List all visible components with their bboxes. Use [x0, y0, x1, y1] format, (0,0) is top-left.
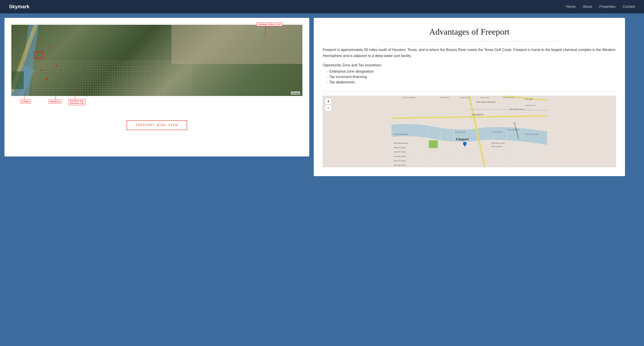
svg-text:West 6th Street: West 6th Street [394, 156, 406, 158]
brand-logo: Skymark [9, 4, 566, 9]
marker-3 [46, 78, 48, 80]
nav-links: Home About Properties Contact [566, 5, 635, 9]
svg-text:West 7th Street: West 7th Street [394, 160, 406, 162]
svg-text:West 4th Street: West 4th Street [394, 147, 406, 149]
zoom-in-button[interactable]: + [325, 98, 332, 104]
aerial-map-container: Headway Velasco Tract [11, 24, 302, 109]
advantages-body: Freeport is approximately 50 miles south… [323, 47, 616, 59]
svg-text:West 1st Street: West 1st Street [492, 146, 502, 147]
title-divider [382, 41, 558, 41]
incentive-list: - Enterprise zone designation - Tax incr… [323, 69, 616, 84]
zoom-out-button[interactable]: − [325, 105, 332, 111]
marker-1 [50, 47, 51, 48]
svg-text:North Velasco Boulevard: North Velasco Boulevard [476, 101, 496, 103]
label-aylesbury-container: Aylesbury [49, 100, 61, 103]
svg-text:Old Surfside Road: Old Surfside Road [510, 108, 524, 110]
map-controls: + − [325, 98, 332, 111]
svg-text:Caldwell Street: Caldwell Street [525, 105, 535, 106]
urban-grid [32, 60, 192, 96]
marker-4 [56, 65, 58, 66]
inline-map: FM 1495 Old Surfside Road Gulf Boulevard… [323, 96, 616, 167]
label-amerifirst-container: Amerifirst andHannover Lots [68, 99, 86, 105]
industrial-area [172, 25, 302, 64]
incentive-item-3: - Tax abatements [327, 80, 616, 84]
svg-text:West Brazos Street: West Brazos Street [492, 142, 505, 144]
page-title: Advantages of Freeport [323, 27, 616, 37]
svg-text:Freeport: Freeport [456, 137, 469, 141]
right-panel: Advantages of Freeport Freeport is appro… [314, 18, 625, 176]
svg-text:Avenue D O Avenue: Avenue D O Avenue [525, 133, 539, 135]
marker-2 [40, 69, 42, 71]
svg-text:West 8th Street: West 8th Street [394, 164, 406, 166]
svg-text:South Avenue A: South Avenue A [455, 131, 466, 133]
svg-rect-17 [429, 140, 438, 148]
navbar: Skymark Home About Properties Contact [0, 0, 644, 13]
label-headway: Headway Velasco Tract [256, 22, 283, 26]
green-patch-1 [12, 71, 24, 89]
label-aylesbury: Aylesbury [49, 100, 61, 103]
svg-text:Dyson Street: Dyson Street [460, 97, 469, 99]
property-box [34, 52, 43, 58]
svg-text:South Avenue B: South Avenue B [492, 131, 503, 133]
svg-text:FM 1495: FM 1495 [525, 98, 533, 100]
line-amerifirst [75, 91, 75, 99]
main-content: Headway Velasco Tract [0, 13, 644, 181]
svg-text:South Front Street: South Front Street [394, 133, 408, 135]
line-sunlake [24, 94, 25, 100]
svg-text:Dow Canal Road: Dow Canal Road [507, 129, 519, 131]
svg-text:West 5th Street: West 5th Street [394, 151, 406, 153]
opportunity-heading: Opportunity Zone and Tax Incentives: [323, 63, 616, 67]
label-sunlake: Sunlake [20, 100, 31, 103]
connector-headway [266, 26, 266, 37]
freeport-wide-view-button[interactable]: FREEPORT WIDE VIEW [126, 120, 187, 130]
incentive-item-1: - Enterprise zone designation [327, 69, 616, 73]
map-divider [323, 91, 616, 91]
svg-text:Grace Street: Grace Street [440, 97, 449, 98]
svg-text:Gulf Boulevard: Gulf Boulevard [472, 114, 484, 116]
nav-properties[interactable]: Properties [599, 5, 616, 9]
svg-text:North Front Street: North Front Street [403, 97, 415, 98]
label-sunlake-container: Sunlake [20, 100, 31, 103]
map-svg: FM 1495 Old Surfside Road Gulf Boulevard… [323, 96, 616, 167]
bottom-labels: Sunlake Aylesbury Amerifirst andHannover… [11, 98, 302, 109]
nav-about[interactable]: About [583, 5, 592, 9]
nav-contact[interactable]: Contact [623, 5, 635, 9]
nav-home[interactable]: Home [566, 5, 576, 9]
line-aylesbury [56, 93, 56, 100]
google-watermark: Google [291, 91, 300, 94]
svg-text:Finler Street: Finler Street [480, 97, 489, 98]
svg-text:West Broad Street: West Broad Street [394, 142, 408, 144]
left-panel: Headway Velasco Tract [4, 18, 309, 156]
label-amerifirst: Amerifirst andHannover Lots [68, 99, 86, 105]
svg-text:Dee Zaula Street: Dee Zaula Street [503, 97, 514, 98]
incentive-item-2: - Tax increment financing [327, 75, 616, 79]
